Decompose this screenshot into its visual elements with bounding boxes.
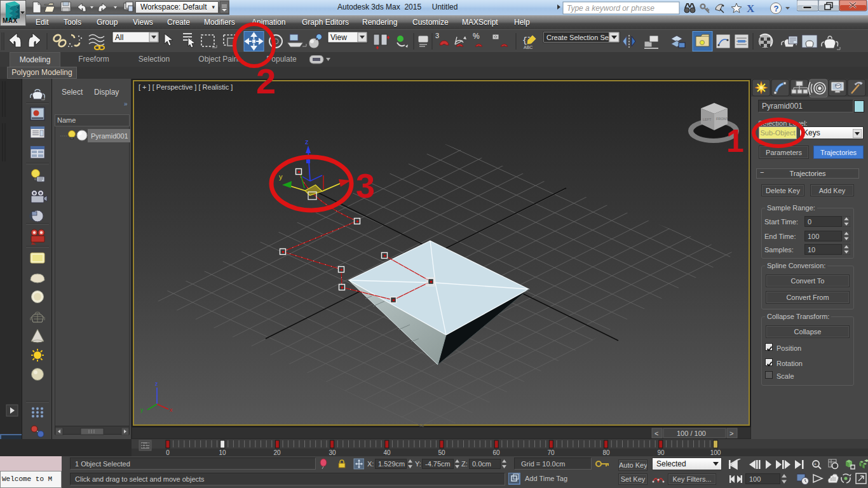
svg-text:<: < [654, 430, 658, 437]
svg-text:z: z [155, 381, 158, 387]
svg-text:z: z [305, 138, 309, 146]
svg-text:>: > [729, 430, 733, 437]
svg-text:30: 30 [329, 449, 336, 456]
svg-text:80: 80 [602, 449, 610, 456]
svg-text:50: 50 [438, 449, 445, 456]
svg-text:[ + ] [ Perspective ] [ Realis: [ + ] [ Perspective ] [ Realistic ] [139, 83, 233, 91]
svg-text:100: 100 [710, 449, 721, 456]
svg-text:90: 90 [657, 449, 665, 456]
svg-text:Pyramid001: Pyramid001 [91, 132, 128, 140]
svg-text:FRONT: FRONT [716, 117, 729, 121]
svg-text:20: 20 [273, 449, 281, 456]
svg-text:x: x [170, 407, 173, 413]
svg-text:Create Selection Se: Create Selection Se [546, 34, 609, 41]
svg-text:All: All [115, 33, 123, 42]
svg-text:?: ? [774, 4, 779, 13]
svg-text:X: X [747, 3, 755, 15]
svg-text:0: 0 [166, 449, 170, 456]
svg-text:y: y [140, 407, 144, 413]
svg-text:70: 70 [547, 449, 555, 456]
svg-text:+: + [814, 461, 817, 467]
svg-text:View: View [330, 33, 347, 42]
svg-text:10: 10 [219, 449, 226, 456]
svg-text:LEFT: LEFT [703, 118, 712, 121]
svg-text:ABC: ABC [524, 45, 532, 50]
svg-text:60: 60 [492, 449, 500, 456]
svg-text:40: 40 [383, 449, 391, 456]
svg-text:3: 3 [435, 32, 439, 39]
svg-text:%: % [473, 32, 480, 41]
svg-text:y: y [279, 173, 283, 180]
svg-text:100 / 100: 100 / 100 [677, 430, 706, 437]
svg-text:Type a keyword or phrase: Type a keyword or phrase [567, 4, 654, 13]
